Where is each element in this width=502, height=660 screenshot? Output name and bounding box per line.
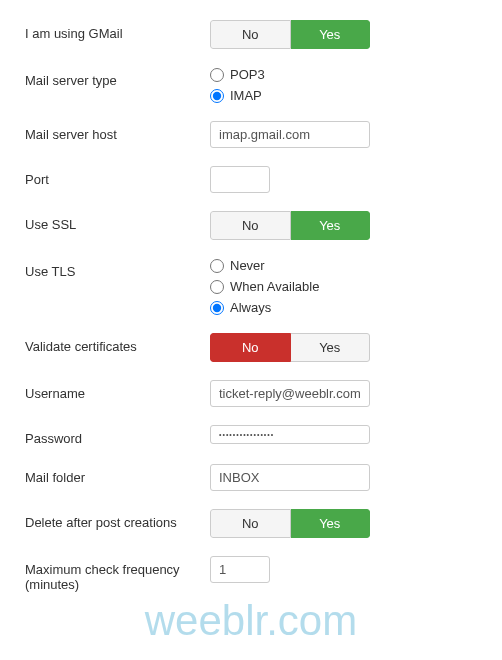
row-host: Mail server host	[25, 121, 477, 148]
radio-item-always[interactable]: Always	[210, 300, 477, 315]
row-folder: Mail folder	[25, 464, 477, 491]
toggle-delete: No Yes	[210, 509, 370, 538]
radio-pop3-label: POP3	[230, 67, 265, 82]
watermark: weeblr.com	[145, 597, 357, 645]
ssl-yes-button[interactable]: Yes	[291, 211, 371, 240]
label-frequency: Maximum check frequency (minutes)	[25, 556, 210, 592]
row-server-type: Mail server type POP3 IMAP	[25, 67, 477, 103]
radio-always[interactable]	[210, 301, 224, 315]
label-port: Port	[25, 166, 210, 187]
validate-no-button[interactable]: No	[210, 333, 291, 362]
validate-yes-button[interactable]: Yes	[291, 333, 371, 362]
label-ssl: Use SSL	[25, 211, 210, 232]
input-username[interactable]	[210, 380, 370, 407]
delete-no-button[interactable]: No	[210, 509, 291, 538]
label-validate: Validate certificates	[25, 333, 210, 354]
row-delete: Delete after post creations No Yes	[25, 509, 477, 538]
radio-item-imap[interactable]: IMAP	[210, 88, 477, 103]
label-gmail: I am using GMail	[25, 20, 210, 41]
label-folder: Mail folder	[25, 464, 210, 485]
row-username: Username	[25, 380, 477, 407]
row-frequency: Maximum check frequency (minutes)	[25, 556, 477, 592]
delete-yes-button[interactable]: Yes	[291, 509, 371, 538]
row-tls: Use TLS Never When Available Always	[25, 258, 477, 315]
radio-group-tls: Never When Available Always	[210, 258, 477, 315]
radio-pop3[interactable]	[210, 68, 224, 82]
row-gmail: I am using GMail No Yes	[25, 20, 477, 49]
label-password: Password	[25, 425, 210, 446]
label-username: Username	[25, 380, 210, 401]
input-port[interactable]	[210, 166, 270, 193]
radio-always-label: Always	[230, 300, 271, 315]
row-ssl: Use SSL No Yes	[25, 211, 477, 240]
radio-never[interactable]	[210, 259, 224, 273]
toggle-validate: No Yes	[210, 333, 370, 362]
toggle-ssl: No Yes	[210, 211, 370, 240]
label-tls: Use TLS	[25, 258, 210, 279]
gmail-no-button[interactable]: No	[210, 20, 291, 49]
input-folder[interactable]	[210, 464, 370, 491]
radio-imap-label: IMAP	[230, 88, 262, 103]
radio-item-pop3[interactable]: POP3	[210, 67, 477, 82]
radio-imap[interactable]	[210, 89, 224, 103]
toggle-gmail: No Yes	[210, 20, 370, 49]
row-password: Password	[25, 425, 477, 446]
input-frequency[interactable]	[210, 556, 270, 583]
radio-group-server-type: POP3 IMAP	[210, 67, 477, 103]
label-server-type: Mail server type	[25, 67, 210, 88]
row-validate: Validate certificates No Yes	[25, 333, 477, 362]
row-port: Port	[25, 166, 477, 193]
radio-item-never[interactable]: Never	[210, 258, 477, 273]
label-delete: Delete after post creations	[25, 509, 210, 530]
radio-available-label: When Available	[230, 279, 319, 294]
ssl-no-button[interactable]: No	[210, 211, 291, 240]
input-host[interactable]	[210, 121, 370, 148]
radio-available[interactable]	[210, 280, 224, 294]
label-host: Mail server host	[25, 121, 210, 142]
radio-item-available[interactable]: When Available	[210, 279, 477, 294]
radio-never-label: Never	[230, 258, 265, 273]
input-password[interactable]	[210, 425, 370, 444]
gmail-yes-button[interactable]: Yes	[291, 20, 371, 49]
